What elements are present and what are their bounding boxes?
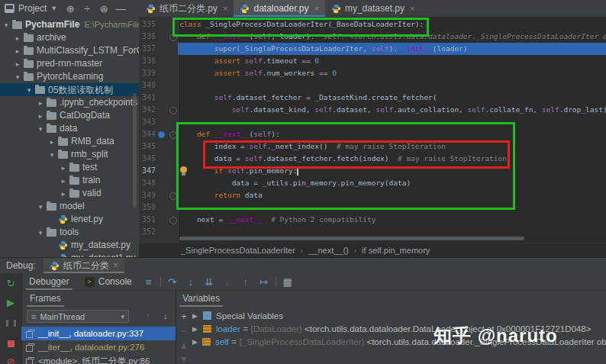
chevron-right-icon[interactable]: ▸ xyxy=(60,177,67,185)
locate-file-icon[interactable]: ⊕ xyxy=(62,0,79,17)
expand-arrow-icon[interactable]: ▶ xyxy=(192,338,198,346)
expand-arrow-icon[interactable]: ▶ xyxy=(192,312,198,320)
hide-panel-icon[interactable]: — xyxy=(112,0,129,17)
tree-item-label: lenet.py xyxy=(71,214,103,224)
step-over-icon[interactable]: ↷ xyxy=(163,273,182,290)
tree-item[interactable]: ▾PycharmFileE:\PycharmFile xyxy=(0,18,139,31)
chevron-down-icon[interactable]: ▾ xyxy=(48,151,56,159)
next-frame-icon[interactable]: ↓ xyxy=(163,311,168,321)
chevron-right-icon[interactable]: ▸ xyxy=(48,138,56,146)
folder-icon xyxy=(35,86,45,94)
bookmark-icon[interactable] xyxy=(158,131,165,138)
breadcrumb-item[interactable]: __next__() xyxy=(308,246,349,255)
editor-tab[interactable]: dataloader.py× xyxy=(234,0,325,17)
code-fold-icon[interactable] xyxy=(169,107,177,114)
chevron-right-icon[interactable]: ▸ xyxy=(14,47,21,55)
step-into-icon[interactable]: ↓ xyxy=(182,273,200,290)
tree-item[interactable]: ▾data xyxy=(0,122,139,135)
tree-item[interactable]: ▸train xyxy=(0,174,139,187)
code-fold-icon[interactable] xyxy=(169,131,177,139)
chevron-down-icon[interactable]: ▾ xyxy=(25,86,33,94)
view-breakpoints-icon[interactable]: ▦ xyxy=(279,273,297,290)
tree-vertical-scrollbar[interactable] xyxy=(133,93,137,208)
chevron-right-icon[interactable]: ▸ xyxy=(14,60,21,68)
chevron-down-icon[interactable]: ▾ xyxy=(2,21,10,29)
tree-item[interactable]: my_dataset1.py xyxy=(0,252,139,257)
run-to-cursor-icon[interactable]: ↦ xyxy=(255,273,273,290)
chevron-down-icon[interactable]: ▾ xyxy=(37,229,44,237)
editor-tab[interactable]: my_dataset.py× xyxy=(325,0,421,17)
breadcrumb-item[interactable]: if self.pin_memory xyxy=(362,246,430,255)
chevron-down-icon[interactable]: ▾ xyxy=(37,203,44,211)
force-step-into-icon[interactable]: ⇊ xyxy=(200,273,218,290)
stop-icon[interactable] xyxy=(0,336,21,351)
chevron-right-icon[interactable]: ▸ xyxy=(37,99,44,107)
mute-breakpoints-icon[interactable]: ⊘ xyxy=(0,353,21,364)
code-line: index = self._next_index() # may raise S… xyxy=(179,140,446,153)
step-out-icon[interactable]: ↑ xyxy=(237,273,255,290)
code-token: .drop_last) xyxy=(559,105,606,114)
code-token: self xyxy=(227,166,245,175)
rerun-debug-icon[interactable]: ↻ xyxy=(0,275,21,291)
line-number: 343 xyxy=(139,116,156,128)
tree-item[interactable]: ▾model xyxy=(0,200,139,213)
frames-header[interactable]: Frames xyxy=(27,290,64,307)
chevron-right-icon[interactable]: ▸ xyxy=(60,190,67,198)
tree-item[interactable]: ▾05数据读取机制 xyxy=(0,83,139,96)
chevron-right-icon[interactable]: ▸ xyxy=(60,164,67,172)
tree-item[interactable]: ▾rmb_split xyxy=(0,148,139,161)
debug-session-tab[interactable]: 纸币二分类 × xyxy=(44,258,124,273)
view-options-icon[interactable]: ≡ xyxy=(140,273,158,290)
tab-console[interactable]: > Console xyxy=(77,273,140,290)
frame-row[interactable]: <module>, 纸币二分类.py:86 xyxy=(21,354,176,364)
toolbar-separator xyxy=(160,276,161,287)
chevron-right-icon[interactable]: ▸ xyxy=(14,34,21,42)
tree-item[interactable]: ▾tools xyxy=(0,226,139,239)
expand-arrow-icon[interactable]: ▶ xyxy=(192,325,198,333)
project-tool-window-button[interactable]: Project ▼ xyxy=(0,0,62,17)
tree-item[interactable]: ▸valid xyxy=(0,187,139,200)
tab-debugger[interactable]: Debugger xyxy=(21,273,77,290)
variables-header[interactable]: Variables xyxy=(179,290,223,307)
equals-sign: = xyxy=(229,337,239,346)
python-file-icon xyxy=(58,214,68,224)
tree-item[interactable]: ▸MultiClassify_LSTM_ForChine xyxy=(0,44,139,57)
tab-close-icon[interactable]: × xyxy=(314,4,319,13)
line-number: 337 xyxy=(139,43,156,55)
tab-close-icon[interactable]: × xyxy=(223,4,227,13)
tab-close-icon[interactable]: × xyxy=(410,4,414,13)
variable-name: self xyxy=(215,337,229,346)
tree-item[interactable]: ▾PytorchLearning xyxy=(0,70,139,83)
frame-row[interactable]: __init__, dataloader.py:337 xyxy=(21,327,176,340)
code-line: return data xyxy=(179,189,263,201)
tree-item[interactable]: ▸pred-rnn-master xyxy=(0,57,139,70)
tree-item[interactable]: my_dataset.py xyxy=(0,239,139,252)
chevron-right-icon[interactable]: ▸ xyxy=(37,112,44,120)
editor-horizontal-scrollbar[interactable] xyxy=(179,237,524,240)
close-icon[interactable]: × xyxy=(113,260,118,271)
breadcrumb-item[interactable]: _SingleProcessDataLoaderIter xyxy=(181,246,295,255)
tree-item[interactable]: lenet.py xyxy=(0,213,139,226)
chevron-down-icon[interactable]: ▾ xyxy=(14,73,21,81)
thread-selector[interactable]: ≡ MainThread ▾ xyxy=(27,310,129,323)
tree-item[interactable]: ▸archive xyxy=(0,31,139,44)
code-fold-icon[interactable] xyxy=(169,34,177,41)
pause-icon[interactable] xyxy=(0,315,21,330)
code-token: self xyxy=(253,130,271,138)
code-token: __next__ xyxy=(214,130,250,138)
code-fold-icon[interactable] xyxy=(169,192,177,200)
code-editor[interactable]: 3353363373383393403413423433443453463473… xyxy=(139,17,606,243)
frame-row[interactable]: __iter__, dataloader.py:276 xyxy=(21,340,176,354)
code-fold-icon[interactable] xyxy=(169,217,177,224)
tree-item[interactable]: ▸test xyxy=(0,161,139,174)
code-line: self.dataset_kind, self.dataset, self.au… xyxy=(179,104,606,116)
collapse-all-icon[interactable]: ÷ xyxy=(79,0,95,17)
variable-row[interactable]: ▶Special Variables xyxy=(176,309,606,322)
tree-item[interactable]: ▸CatDogData xyxy=(0,109,139,122)
editor-tab[interactable]: 纸币二分类.py× xyxy=(140,0,234,17)
tree-item[interactable]: ▸.ipynb_checkpoints xyxy=(0,96,139,109)
settings-gear-icon[interactable]: ⊛ xyxy=(95,0,112,17)
chevron-down-icon[interactable]: ▾ xyxy=(37,125,44,133)
resume-icon[interactable]: ▶ xyxy=(0,295,21,310)
tree-item[interactable]: ▸RMB_data xyxy=(0,135,139,148)
